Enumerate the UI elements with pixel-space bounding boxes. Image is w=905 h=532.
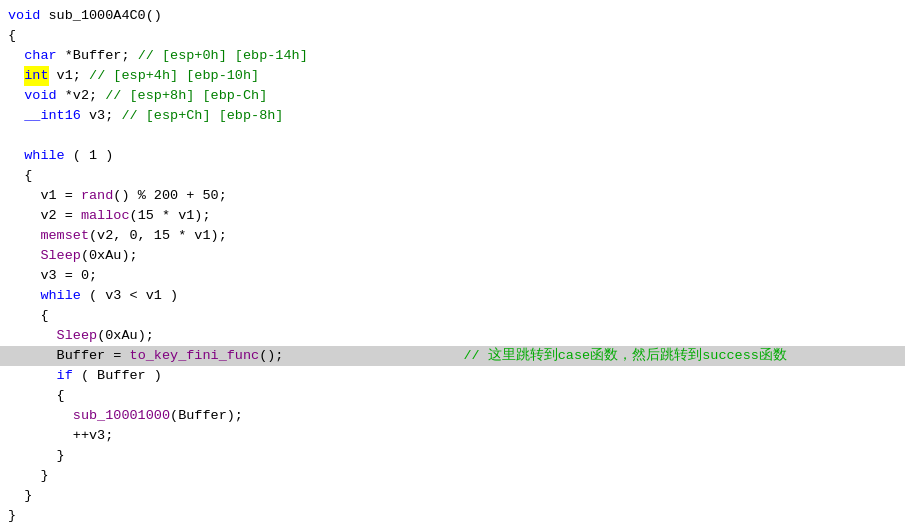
- code-line-13: Sleep(0xAu);: [0, 246, 905, 266]
- code-line-24: }: [0, 466, 905, 486]
- code-line-6: __int16 v3; // [esp+Ch] [ebp-8h]: [0, 106, 905, 126]
- code-line-12: memset(v2, 0, 15 * v1);: [0, 226, 905, 246]
- code-line-8: while ( 1 ): [0, 146, 905, 166]
- code-line-19: if ( Buffer ): [0, 366, 905, 386]
- code-line-11: v2 = malloc(15 * v1);: [0, 206, 905, 226]
- code-line-18: Buffer = to_key_fini_func(); // 这里跳转到cas…: [0, 346, 905, 366]
- code-line-25: }: [0, 486, 905, 506]
- code-line-5: void *v2; // [esp+8h] [ebp-Ch]: [0, 86, 905, 106]
- code-line-16: {: [0, 306, 905, 326]
- code-line-15: while ( v3 < v1 ): [0, 286, 905, 306]
- code-line-21: sub_10001000(Buffer);: [0, 406, 905, 426]
- line-comment: // 这里跳转到case函数，然后跳转到success函数: [463, 346, 786, 366]
- code-line-2: {: [0, 26, 905, 46]
- code-line-23: }: [0, 446, 905, 466]
- code-line-1: void sub_1000A4C0(): [0, 6, 905, 26]
- code-line-22: ++v3;: [0, 426, 905, 446]
- code-line-7: [0, 126, 905, 146]
- highlighted-keyword: int: [24, 66, 48, 86]
- keyword-void: void: [8, 6, 40, 26]
- code-line-26: }: [0, 506, 905, 526]
- code-line-3: char *Buffer; // [esp+0h] [ebp-14h]: [0, 46, 905, 66]
- code-line-9: {: [0, 166, 905, 186]
- code-line-4: int v1; // [esp+4h] [ebp-10h]: [0, 66, 905, 86]
- code-line-14: v3 = 0;: [0, 266, 905, 286]
- code-line-10: v1 = rand() % 200 + 50;: [0, 186, 905, 206]
- code-editor: void sub_1000A4C0() { char *Buffer; // […: [0, 0, 905, 532]
- code-line-20: {: [0, 386, 905, 406]
- code-line-17: Sleep(0xAu);: [0, 326, 905, 346]
